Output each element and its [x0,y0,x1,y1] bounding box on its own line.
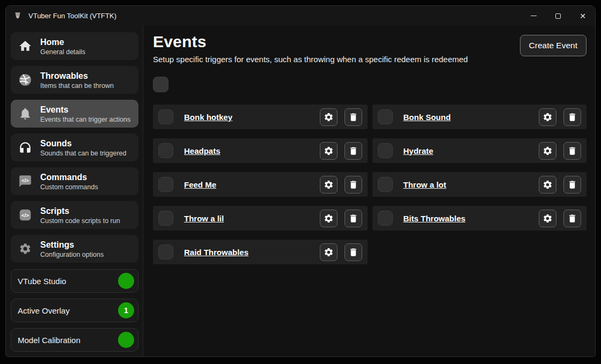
close-icon: ✕ [580,12,586,20]
sidebar-item-settings[interactable]: Settings Configuration options [11,235,138,263]
event-select-checkbox[interactable] [378,143,393,158]
event-name-link[interactable]: Feed Me [184,180,216,189]
event-settings-button[interactable] [320,210,338,227]
title-bar: VTuber Fun ToolKit (VTFTK) ✕ [6,6,595,26]
select-all-checkbox[interactable] [153,77,168,92]
event-name-link[interactable]: Raid Throwables [184,248,248,257]
event-settings-button[interactable] [539,142,556,160]
status-indicator-badge: 1 [118,302,134,318]
event-name-link[interactable]: Bits Throwables [404,214,466,223]
event-delete-button[interactable] [345,108,362,126]
sidebar-item-label: Home [40,37,85,48]
event-card: Headpats [153,138,368,163]
trash-icon [348,112,358,122]
event-name-link[interactable]: Headpats [184,146,221,155]
event-settings-button[interactable] [320,176,338,194]
sidebar-item-scripts[interactable]: Scripts Custom code scripts to run [11,201,138,229]
event-card: Hydrate [372,138,587,163]
event-card: Bits Throwables [372,206,587,231]
event-delete-button[interactable] [563,142,581,160]
trash-icon [567,180,577,190]
gear-icon [543,146,553,156]
headphones-icon [17,140,33,154]
sidebar-item-sounds[interactable]: Sounds Sounds that can be triggered [11,133,138,161]
event-name-link[interactable]: Bonk hotkey [184,113,232,122]
event-delete-button[interactable] [345,176,362,194]
sidebar-item-events[interactable]: Events Events that can trigger actions [11,100,138,128]
event-delete-button[interactable] [563,176,581,194]
sidebar-item-label: Sounds [40,138,127,149]
event-settings-button[interactable] [320,142,338,160]
sidebar-item-description: Custom code scripts to run [40,217,120,225]
status-vtube-studio[interactable]: VTube Studio [11,269,138,293]
event-select-checkbox[interactable] [378,177,393,192]
event-settings-button[interactable] [320,243,338,261]
event-settings-button[interactable] [539,210,556,227]
status-label: VTube Studio [18,277,66,286]
event-delete-button[interactable] [563,210,581,227]
event-select-checkbox[interactable] [378,109,393,124]
maximize-button[interactable] [546,6,570,26]
event-delete-button[interactable] [345,210,362,227]
code-square-icon [17,208,33,222]
sidebar-item-label: Events [40,105,130,115]
gear-icon [543,112,553,122]
app-logo-icon [13,11,23,21]
event-name-link[interactable]: Throw a lil [184,214,224,223]
gear-icon [324,213,334,224]
event-name-link[interactable]: Bonk Sound [404,113,451,122]
event-grid: Bonk hotkey Bonk Sound [153,105,587,264]
sidebar-item-label: Scripts [40,206,120,217]
main-content: Events Setup specific triggers for event… [143,26,595,356]
event-card: Throw a lil [153,206,368,231]
trash-icon [567,213,577,224]
trash-icon [348,247,358,257]
event-settings-button[interactable] [320,108,338,126]
gear-icon [543,213,553,224]
sidebar-item-label: Throwables [40,71,114,81]
gear-icon [324,247,334,257]
event-settings-button[interactable] [539,176,556,194]
minimize-button[interactable] [521,6,546,26]
status-label: Model Calibration [18,336,80,345]
bell-icon [17,107,33,121]
status-indicator-dot [118,273,134,289]
sidebar-item-throwables[interactable]: Throwables Items that can be thrown [11,66,138,94]
close-button[interactable]: ✕ [570,6,595,26]
event-card: Bonk Sound [372,105,587,129]
sidebar-item-home[interactable]: Home General details [11,32,138,60]
trash-icon [348,146,358,156]
sidebar-item-description: Events that can trigger actions [40,116,130,123]
status-active-overlay[interactable]: Active Overlay 1 [11,299,138,322]
sidebar-item-description: Configuration options [40,251,104,258]
trash-icon [567,112,577,122]
event-card: Raid Throwables [153,240,368,264]
event-select-checkbox[interactable] [378,211,393,226]
gear-icon [324,180,334,190]
chat-code-icon [17,174,33,188]
event-delete-button[interactable] [345,142,362,160]
event-select-checkbox[interactable] [158,109,173,124]
gear-icon [324,112,334,122]
event-name-link[interactable]: Hydrate [404,146,434,155]
event-delete-button[interactable] [345,243,362,261]
page-subtitle: Setup specific triggers for events, such… [153,55,468,64]
home-icon [17,39,33,53]
event-select-checkbox[interactable] [158,244,173,259]
event-select-checkbox[interactable] [158,177,173,192]
event-delete-button[interactable] [563,108,581,126]
event-select-checkbox[interactable] [158,143,173,158]
status-label: Active Overlay [18,306,70,315]
gear-icon [324,146,334,156]
create-event-button[interactable]: Create Event [520,35,587,56]
event-settings-button[interactable] [539,108,556,126]
sidebar: Home General details Throwables Items th… [6,26,143,356]
sidebar-item-description: Items that can be thrown [40,82,114,90]
sidebar-item-description: Sounds that can be triggered [40,150,127,157]
event-card: Throw a lot [372,172,587,197]
status-model-calibration[interactable]: Model Calibration [11,328,138,352]
ball-icon [17,73,33,87]
event-name-link[interactable]: Throw a lot [404,180,446,189]
event-select-checkbox[interactable] [158,211,173,226]
sidebar-item-commands[interactable]: Commands Custom commands [11,167,138,195]
